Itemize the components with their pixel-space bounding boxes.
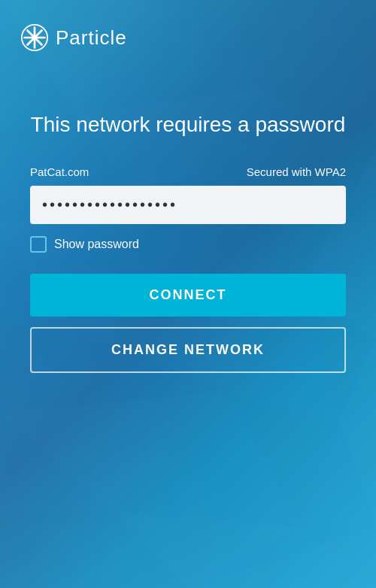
show-password-checkbox[interactable]	[30, 236, 47, 253]
network-info-row: PatCat.com Secured with WPA2	[30, 165, 346, 178]
logo-text: Particle	[56, 26, 127, 50]
change-network-button[interactable]: CHANGE NETWORK	[30, 327, 346, 373]
password-input[interactable]	[30, 186, 346, 224]
security-label: Secured with WPA2	[247, 165, 346, 178]
show-password-row: Show password	[30, 236, 346, 253]
main-content: This network requires a password PatCat.…	[0, 66, 376, 403]
header: Particle	[0, 0, 376, 66]
svg-marker-12	[226, 391, 338, 526]
connect-button[interactable]: CONNECT	[30, 274, 346, 317]
svg-marker-11	[0, 391, 226, 511]
page-title: This network requires a password	[30, 111, 346, 138]
show-password-label[interactable]: Show password	[54, 238, 139, 251]
particle-logo-icon	[21, 24, 48, 51]
network-name: PatCat.com	[30, 165, 89, 178]
